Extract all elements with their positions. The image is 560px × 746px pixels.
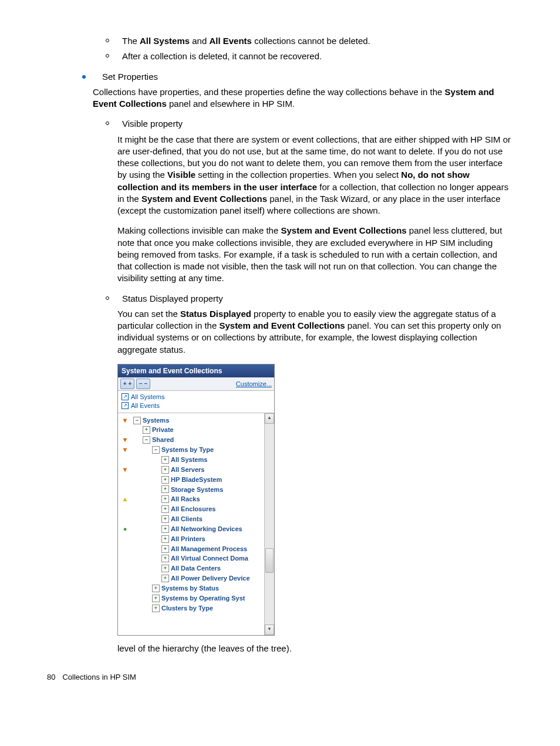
section-bullet: Set Properties bbox=[82, 71, 513, 83]
expand-icon[interactable]: + bbox=[161, 525, 169, 533]
paragraph: level of the hierarchy (the leaves of th… bbox=[117, 643, 513, 654]
section-title: Set Properties bbox=[102, 71, 158, 83]
tree-item-label: All Systems bbox=[171, 455, 207, 464]
tree-item[interactable]: +Private bbox=[120, 425, 263, 435]
expand-icon[interactable]: + bbox=[161, 466, 169, 474]
page-footer: 80 Collections in HP SIM bbox=[47, 672, 513, 683]
scroll-down-icon[interactable]: ▼ bbox=[265, 625, 274, 635]
running-header: Collections in HP SIM bbox=[62, 672, 136, 683]
tree-item-label: All Virtual Connect Doma bbox=[171, 554, 248, 563]
tree-item[interactable]: +Storage Systems bbox=[120, 485, 263, 495]
note-item: The All Systems and All Events collectio… bbox=[106, 35, 513, 47]
tree-item[interactable]: ▼−Shared bbox=[120, 435, 263, 445]
tree-item-label: Storage Systems bbox=[171, 485, 223, 494]
tree-item-label: Private bbox=[152, 426, 174, 434]
panel-title: System and Event Collections bbox=[118, 364, 274, 377]
collapse-all-button[interactable]: – – bbox=[136, 379, 150, 389]
expand-icon[interactable]: + bbox=[161, 476, 169, 484]
panel-toolbar: + + – – Customize... bbox=[118, 377, 274, 391]
tree-item-label: HP BladeSystem bbox=[171, 475, 222, 484]
subsection-title: Status Displayed property bbox=[122, 293, 223, 305]
status-icon: ▼ bbox=[120, 416, 130, 425]
tree-item-label: All Printers bbox=[171, 535, 205, 544]
status-icon: ▼ bbox=[120, 465, 130, 474]
tree-item-label: Shared bbox=[152, 436, 174, 444]
page-number: 80 bbox=[47, 672, 55, 683]
link-icon: ↗ bbox=[122, 402, 129, 409]
expand-icon[interactable]: + bbox=[152, 595, 160, 602]
expand-icon[interactable]: + bbox=[161, 515, 169, 523]
tree-item[interactable]: +All Management Process bbox=[120, 544, 263, 554]
tree-item-label: All Data Centers bbox=[171, 564, 221, 573]
collapse-icon[interactable]: − bbox=[152, 446, 160, 454]
tree-item[interactable]: +All Enclosures bbox=[120, 504, 263, 514]
tree-item[interactable]: +HP BladeSystem bbox=[120, 475, 263, 485]
tree-item[interactable]: ▲+All Racks bbox=[120, 494, 263, 504]
expand-icon[interactable]: + bbox=[161, 495, 169, 503]
section-paragraph: Collections have properties, and these p… bbox=[93, 86, 513, 110]
tree-item[interactable]: +All Printers bbox=[120, 534, 263, 544]
tree-item-label: Systems bbox=[143, 416, 169, 425]
tree-item-label: All Management Process bbox=[171, 545, 247, 553]
expand-icon[interactable]: + bbox=[143, 426, 150, 434]
expand-all-button[interactable]: + + bbox=[120, 379, 134, 389]
tree-item-label: Systems by Operating Syst bbox=[161, 594, 245, 603]
subsection-bullet: Status Displayed property bbox=[106, 293, 513, 305]
subsection-title: Visible property bbox=[122, 118, 183, 130]
expand-icon[interactable]: + bbox=[161, 505, 169, 513]
tree-item[interactable]: +Clusters by Type bbox=[120, 603, 263, 613]
tree-item-label: Systems by Type bbox=[161, 445, 214, 454]
scroll-thumb[interactable] bbox=[265, 548, 274, 573]
quick-link[interactable]: ↗ All Events bbox=[122, 401, 271, 410]
expand-icon[interactable]: + bbox=[161, 456, 169, 464]
tree-item[interactable]: +All Virtual Connect Doma bbox=[120, 553, 263, 563]
tree-item[interactable]: +All Power Delivery Device bbox=[120, 573, 263, 583]
expand-icon[interactable]: + bbox=[161, 485, 169, 493]
paragraph: It might be the case that there are syst… bbox=[117, 134, 513, 217]
tree-item[interactable]: +All Systems bbox=[120, 455, 263, 465]
tree-item[interactable]: ●+All Networking Devices bbox=[120, 524, 263, 534]
quick-links: ↗ All Systems ↗ All Events bbox=[118, 391, 274, 413]
subsection-bullet: Visible property bbox=[106, 118, 513, 130]
collapse-icon[interactable]: − bbox=[133, 417, 141, 424]
tree-item[interactable]: +All Data Centers bbox=[120, 563, 263, 573]
status-icon: ▼ bbox=[120, 436, 130, 444]
tree-item[interactable]: +Systems by Operating Syst bbox=[120, 593, 263, 603]
paragraph: Making collections invisible can make th… bbox=[117, 225, 513, 284]
quick-link-label: All Events bbox=[131, 401, 160, 410]
scroll-up-icon[interactable]: ▲ bbox=[265, 413, 274, 424]
tree-item[interactable]: ▼−Systems bbox=[120, 416, 263, 426]
note-text: After a collection is deleted, it cannot… bbox=[122, 50, 322, 62]
scrollbar[interactable]: ▲ ▼ bbox=[264, 413, 274, 635]
collections-panel: System and Event Collections + + – – Cus… bbox=[117, 364, 275, 636]
quick-link[interactable]: ↗ All Systems bbox=[122, 393, 271, 401]
tree-item[interactable]: ▼−Systems by Type bbox=[120, 445, 263, 455]
tree-item-label: Clusters by Type bbox=[161, 604, 213, 613]
tree-item-label: All Power Delivery Device bbox=[171, 574, 250, 583]
paragraph: You can set the Status Displayed propert… bbox=[117, 308, 513, 356]
tree-item[interactable]: +All Clients bbox=[120, 514, 263, 524]
expand-icon[interactable]: + bbox=[152, 605, 160, 612]
link-icon: ↗ bbox=[122, 393, 129, 400]
tree-item-label: All Enclosures bbox=[171, 505, 215, 514]
status-icon: ▲ bbox=[120, 495, 130, 504]
tree-item[interactable]: +Systems by Status bbox=[120, 583, 263, 593]
expand-icon[interactable]: + bbox=[161, 575, 169, 582]
tree-item-label: All Networking Devices bbox=[171, 525, 242, 534]
status-icon: ▼ bbox=[120, 445, 130, 454]
tree-item-label: Systems by Status bbox=[161, 584, 219, 593]
expand-icon[interactable]: + bbox=[152, 585, 160, 592]
note-item: After a collection is deleted, it cannot… bbox=[106, 50, 513, 62]
expand-icon[interactable]: + bbox=[161, 565, 169, 572]
tree-item-label: All Clients bbox=[171, 515, 203, 524]
expand-icon[interactable]: + bbox=[161, 535, 169, 543]
tree-item[interactable]: ▼+All Servers bbox=[120, 465, 263, 475]
collapse-icon[interactable]: − bbox=[143, 436, 150, 444]
customize-link[interactable]: Customize... bbox=[236, 380, 272, 389]
tree-item-label: All Racks bbox=[171, 495, 200, 504]
expand-icon[interactable]: + bbox=[161, 545, 169, 553]
tree-item-label: All Servers bbox=[171, 465, 204, 474]
expand-icon[interactable]: + bbox=[161, 555, 169, 562]
note-text: The All Systems and All Events collectio… bbox=[122, 35, 370, 47]
status-icon: ● bbox=[120, 525, 130, 534]
